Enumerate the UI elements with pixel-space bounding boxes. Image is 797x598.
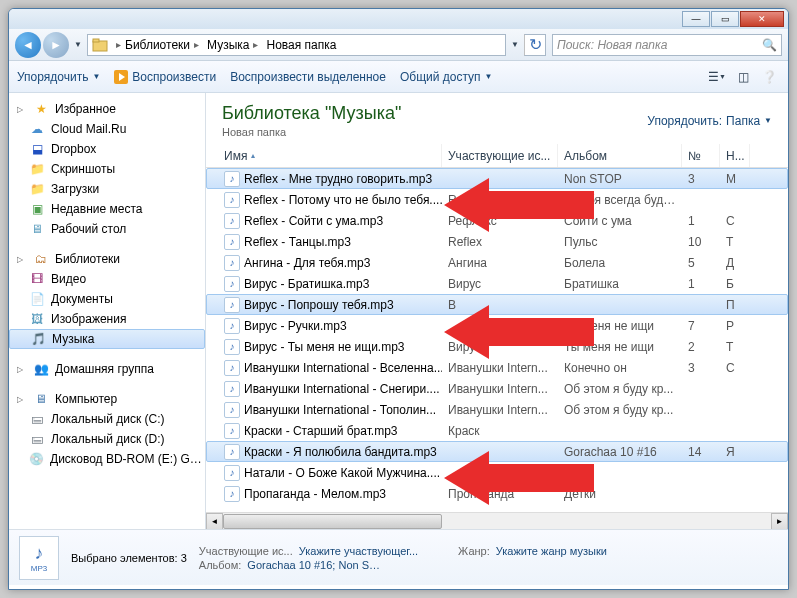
- sidebar-item[interactable]: 💿Дисковод BD-ROM (E:) G…: [9, 449, 205, 469]
- mp3-icon: [224, 276, 240, 292]
- video-icon: 🎞: [29, 271, 45, 287]
- images-icon: 🖼: [29, 311, 45, 327]
- breadcrumb-segment[interactable]: Библиотеки▸: [121, 35, 203, 55]
- play-selected-button[interactable]: Воспроизвести выделенное: [230, 70, 386, 84]
- album-field[interactable]: Gorachaa 10 #16; Non S…: [247, 559, 380, 571]
- sidebar-item[interactable]: 📁Загрузки: [9, 179, 205, 199]
- svg-rect-1: [93, 39, 99, 42]
- column-headers: Имя▴ Участвующие ис... Альбом № Н...: [206, 144, 788, 168]
- genre-field[interactable]: Укажите жанр музыки: [496, 545, 607, 557]
- mp3-icon: [224, 255, 240, 271]
- desktop-icon: 🖥: [29, 221, 45, 237]
- star-icon: ★: [33, 101, 49, 117]
- scroll-thumb[interactable]: [223, 514, 442, 529]
- sidebar-item[interactable]: 🖥Рабочий стол: [9, 219, 205, 239]
- selection-count: Выбрано элементов: 3: [71, 552, 187, 564]
- file-row[interactable]: Краски - Старший брат.mp3Краск: [206, 420, 788, 441]
- column-number[interactable]: №: [682, 144, 720, 167]
- mp3-icon: [224, 402, 240, 418]
- music-note-icon: ♪: [35, 543, 44, 564]
- dropbox-icon: ⬓: [29, 141, 45, 157]
- history-dropdown[interactable]: ▼: [71, 35, 85, 55]
- sidebar-item[interactable]: 📄Документы: [9, 289, 205, 309]
- horizontal-scrollbar[interactable]: ◄ ►: [206, 512, 788, 529]
- play-button[interactable]: Воспроизвести: [114, 70, 216, 84]
- sidebar-item[interactable]: 🖼Изображения: [9, 309, 205, 329]
- scroll-right-button[interactable]: ►: [771, 513, 788, 530]
- play-icon: [114, 70, 128, 84]
- explorer-window: ― ▭ ✕ ◄ ► ▼ ▸ Библиотеки▸ Музыка▸ Новая …: [8, 8, 789, 590]
- mp3-icon: [224, 171, 240, 187]
- search-input[interactable]: Поиск: Новая папка 🔍: [552, 34, 782, 56]
- computer-header[interactable]: ▷🖥Компьютер: [9, 389, 205, 409]
- sidebar-item[interactable]: ☁Cloud Mail.Ru: [9, 119, 205, 139]
- homegroup-header[interactable]: ▷👥Домашняя группа: [9, 359, 205, 379]
- file-row[interactable]: Иванушки International - Тополин...Ивану…: [206, 399, 788, 420]
- annotation-arrow: [444, 302, 594, 366]
- sidebar-item[interactable]: ⬓Dropbox: [9, 139, 205, 159]
- column-genre[interactable]: Н...: [720, 144, 750, 167]
- details-pane: ♪ MP3 Выбрано элементов: 3 Участвующие и…: [9, 529, 788, 585]
- dvd-icon: 💿: [29, 451, 44, 467]
- sidebar-item[interactable]: 🖴Локальный диск (D:): [9, 429, 205, 449]
- folder-icon: 📁: [29, 161, 45, 177]
- sidebar-item[interactable]: 🖴Локальный диск (C:): [9, 409, 205, 429]
- breadcrumb-segment[interactable]: Новая папка: [262, 35, 340, 55]
- file-row[interactable]: Вирус - Братишка.mp3ВирусБратишка1Б: [206, 273, 788, 294]
- mp3-icon: [224, 318, 240, 334]
- file-row[interactable]: Ангина - Для тебя.mp3АнгинаБолела5Д: [206, 252, 788, 273]
- sidebar-item[interactable]: 🎞Видео: [9, 269, 205, 289]
- mp3-icon: [224, 444, 240, 460]
- sidebar-item[interactable]: ▣Недавние места: [9, 199, 205, 219]
- path-dropdown[interactable]: ▼: [508, 35, 522, 55]
- library-subtitle: Новая папка: [222, 126, 401, 138]
- svg-marker-2: [444, 178, 594, 232]
- mp3-icon: [224, 234, 240, 250]
- mp3-icon: [224, 339, 240, 355]
- sidebar-item[interactable]: 📁Скриншоты: [9, 159, 205, 179]
- mp3-icon: [224, 192, 240, 208]
- forward-button[interactable]: ►: [43, 32, 69, 58]
- column-album[interactable]: Альбом: [558, 144, 682, 167]
- mp3-icon: [224, 360, 240, 376]
- disk-icon: 🖴: [29, 411, 45, 427]
- preview-pane-button[interactable]: ◫: [732, 67, 754, 87]
- downloads-icon: 📁: [29, 181, 45, 197]
- mp3-icon: [224, 423, 240, 439]
- annotation-arrow: [444, 448, 594, 512]
- share-menu[interactable]: Общий доступ▼: [400, 70, 493, 84]
- search-icon: 🔍: [762, 38, 777, 52]
- breadcrumb[interactable]: ▸ Библиотеки▸ Музыка▸ Новая папка: [87, 34, 506, 56]
- scroll-left-button[interactable]: ◄: [206, 513, 223, 530]
- file-row[interactable]: Иванушки International - Снегири....Иван…: [206, 378, 788, 399]
- column-artist[interactable]: Участвующие ис...: [442, 144, 558, 167]
- sidebar-item-music[interactable]: 🎵Музыка: [9, 329, 205, 349]
- cloud-icon: ☁: [29, 121, 45, 137]
- annotation-arrow: [444, 175, 594, 239]
- mp3-icon: [224, 297, 240, 313]
- close-button[interactable]: ✕: [740, 11, 784, 27]
- view-options-button[interactable]: ☰ ▼: [706, 67, 728, 87]
- breadcrumb-segment[interactable]: Музыка▸: [203, 35, 262, 55]
- computer-icon: 🖥: [33, 391, 49, 407]
- svg-marker-3: [444, 305, 594, 359]
- svg-marker-4: [444, 451, 594, 505]
- music-icon: 🎵: [30, 331, 46, 347]
- refresh-button[interactable]: ↻: [524, 34, 546, 56]
- libraries-header[interactable]: ▷🗂Библиотеки: [9, 249, 205, 269]
- arrange-by[interactable]: Упорядочить: Папка ▼: [647, 114, 772, 128]
- library-header: Библиотека "Музыка" Новая папка Упорядоч…: [206, 93, 788, 144]
- back-button[interactable]: ◄: [15, 32, 41, 58]
- column-name[interactable]: Имя▴: [218, 144, 442, 167]
- organize-menu[interactable]: Упорядочить▼: [17, 70, 100, 84]
- mp3-icon: [224, 213, 240, 229]
- artist-field[interactable]: Укажите участвующег...: [299, 545, 418, 557]
- location-icon: [92, 37, 112, 53]
- favorites-header[interactable]: ▷★Избранное: [9, 99, 205, 119]
- library-icon: 🗂: [33, 251, 49, 267]
- toolbar: Упорядочить▼ Воспроизвести Воспроизвести…: [9, 61, 788, 93]
- help-button[interactable]: ❔: [758, 67, 780, 87]
- navigation-pane[interactable]: ▷★Избранное ☁Cloud Mail.Ru ⬓Dropbox 📁Скр…: [9, 93, 206, 529]
- minimize-button[interactable]: ―: [682, 11, 710, 27]
- maximize-button[interactable]: ▭: [711, 11, 739, 27]
